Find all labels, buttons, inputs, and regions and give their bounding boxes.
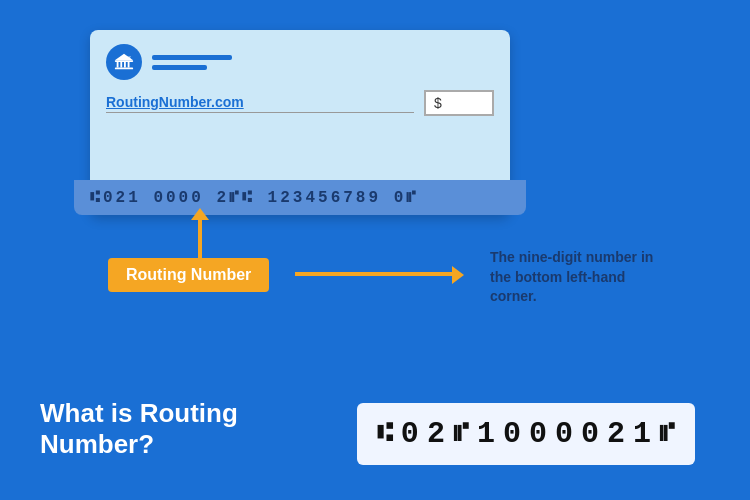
arrow-head-right	[452, 266, 464, 284]
micr-display-box: ⑆ 0 2 ⑈ 1 0 0 0 0 2 1 ⑈	[357, 403, 695, 465]
svg-rect-1	[117, 62, 119, 68]
main-title: What is Routing Number?	[40, 398, 238, 460]
bank-line-2	[152, 65, 207, 70]
micr-sym-left: ⑆	[377, 419, 393, 449]
micr-transit-sym: ⑈	[453, 419, 469, 449]
micr-line-text: ⑆021 0000 2⑈⑆ 123456789 0⑈	[90, 189, 419, 207]
svg-rect-5	[115, 68, 133, 70]
bank-icon: BANK	[106, 44, 142, 80]
micr-digit-00001: 0	[503, 417, 521, 451]
check-image: BANK RoutingNumber.com $ ⑆021 0000 2⑈⑆ 1…	[90, 30, 510, 215]
svg-rect-3	[124, 62, 126, 68]
description-text: The nine-digit number in the bottom left…	[490, 248, 660, 307]
main-title-line1: What is Routing	[40, 398, 238, 428]
dollar-sign: $	[434, 95, 442, 111]
micr-bar: ⑆021 0000 2⑈⑆ 123456789 0⑈	[74, 180, 526, 215]
page-background: BANK RoutingNumber.com $ ⑆021 0000 2⑈⑆ 1…	[0, 0, 750, 500]
check-amount-box: $	[424, 90, 494, 116]
arrow-line-horizontal	[295, 272, 455, 276]
micr-digit-1: 1	[477, 417, 495, 451]
check-website-text: RoutingNumber.com	[106, 94, 414, 113]
svg-rect-2	[120, 62, 122, 68]
arrow-head-up	[191, 208, 209, 220]
micr-onus-sym: ⑈	[659, 419, 675, 449]
svg-rect-4	[128, 62, 130, 68]
micr-digit-00003: 0	[555, 417, 573, 451]
routing-number-badge: Routing Number	[108, 258, 269, 292]
svg-text:BANK: BANK	[121, 56, 132, 60]
micr-digit-00002: 0	[529, 417, 547, 451]
micr-digit-1b: 1	[633, 417, 651, 451]
bank-line-1	[152, 55, 232, 60]
svg-rect-0	[115, 60, 133, 62]
bank-name-lines	[152, 55, 232, 70]
micr-digit-2b: 2	[607, 417, 625, 451]
main-title-line2: Number?	[40, 429, 154, 459]
micr-digit-2: 2	[427, 417, 445, 451]
micr-digit-00004: 0	[581, 417, 599, 451]
micr-digit-0: 0	[401, 417, 419, 451]
